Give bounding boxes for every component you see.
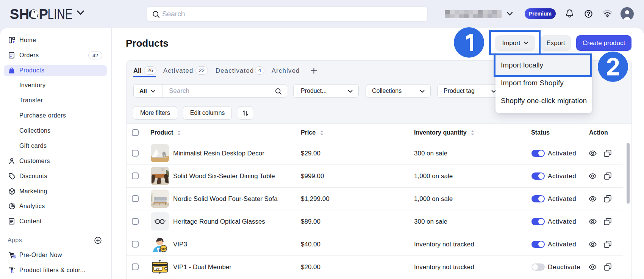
svg-text:LINE: LINE [48,8,73,20]
svg-text:SH: SH [10,8,29,20]
svg-text:VIP: VIP [161,247,166,251]
svg-text:VIP: VIP [156,267,160,271]
svg-text:P: P [39,8,48,20]
